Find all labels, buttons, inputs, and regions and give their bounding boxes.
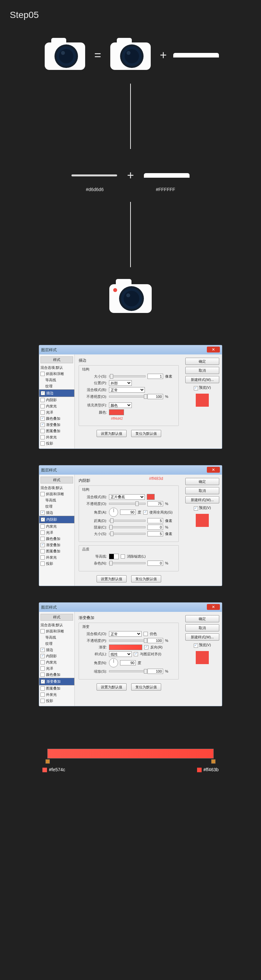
- opacity-input[interactable]: [147, 638, 163, 643]
- style-list-item[interactable]: 图案叠加: [39, 428, 74, 434]
- reverse-checkbox[interactable]: ✓: [144, 645, 149, 649]
- new-style-button[interactable]: 新建样式(W)...: [185, 376, 219, 383]
- size-input[interactable]: [147, 374, 163, 379]
- titlebar[interactable]: 图层样式 ✕: [39, 345, 222, 355]
- style-checkbox[interactable]: ✓: [40, 648, 45, 652]
- style-list-item[interactable]: 外发光: [39, 692, 74, 698]
- style-list-item[interactable]: 混合选项:默认: [39, 622, 74, 628]
- style-list-item[interactable]: 等高线: [39, 635, 74, 641]
- style-checkbox[interactable]: ✓: [41, 679, 45, 684]
- set-default-button[interactable]: 设置为默认值: [96, 683, 127, 690]
- opacity-slider[interactable]: [109, 503, 146, 505]
- style-list-item[interactable]: ✓内阴影: [39, 653, 74, 659]
- opacity-input[interactable]: [147, 501, 163, 506]
- ok-button[interactable]: 确定: [185, 478, 219, 485]
- preview-checkbox[interactable]: ✓: [194, 506, 198, 511]
- style-list-item[interactable]: ✓描边: [39, 647, 74, 653]
- style-checkbox[interactable]: [40, 692, 45, 697]
- style-checkbox[interactable]: [40, 398, 45, 402]
- blend-select[interactable]: 正常: [109, 387, 145, 393]
- style-list-item[interactable]: 斜面和浮雕: [39, 491, 74, 497]
- gradient-stop-right[interactable]: [211, 759, 216, 764]
- style-checkbox[interactable]: [40, 667, 45, 671]
- gradient-bar[interactable]: [47, 749, 214, 759]
- style-checkbox[interactable]: [40, 699, 45, 703]
- cancel-button[interactable]: 取消: [185, 624, 219, 632]
- new-style-button[interactable]: 新建样式(W)...: [185, 633, 219, 641]
- style-list-item[interactable]: 纹理: [39, 503, 74, 510]
- angle-dial[interactable]: [109, 658, 118, 667]
- style-list-item[interactable]: 内发光: [39, 523, 74, 530]
- style-list-item[interactable]: 纹理: [39, 383, 74, 390]
- style-checkbox[interactable]: [40, 686, 45, 690]
- angle-input[interactable]: [120, 510, 136, 515]
- style-checkbox[interactable]: [40, 429, 45, 433]
- close-button[interactable]: ✕: [207, 467, 220, 473]
- opacity-slider[interactable]: [109, 640, 146, 641]
- style-list-item[interactable]: 斜面和浮雕: [39, 628, 74, 635]
- style-list-item[interactable]: 混合选项:默认: [39, 364, 74, 371]
- color-swatch[interactable]: [109, 409, 124, 415]
- style-list-item[interactable]: 内阴影: [39, 397, 74, 403]
- style-list-item[interactable]: 斜面和浮雕: [39, 371, 74, 377]
- style-list-item[interactable]: ✓渐变叠加: [39, 542, 74, 548]
- choke-input[interactable]: [147, 525, 163, 530]
- noise-input[interactable]: [147, 560, 163, 566]
- style-checkbox[interactable]: ✓: [40, 511, 45, 515]
- blend-select[interactable]: 正片叠底: [109, 494, 145, 500]
- new-style-button[interactable]: 新建样式(W)...: [185, 496, 219, 503]
- opacity-slider[interactable]: [109, 396, 146, 398]
- scale-input[interactable]: [147, 669, 163, 674]
- close-button[interactable]: ✕: [207, 347, 220, 353]
- style-list-item[interactable]: 颜色叠加: [39, 536, 74, 542]
- preview-checkbox[interactable]: ✓: [194, 386, 198, 390]
- cancel-button[interactable]: 取消: [185, 367, 219, 374]
- style-checkbox[interactable]: [40, 410, 45, 415]
- style-list-item[interactable]: ✓颜色叠加: [39, 415, 74, 422]
- blend-select[interactable]: 正常: [109, 631, 142, 637]
- reset-default-button[interactable]: 复位为默认值: [131, 683, 161, 690]
- style-list-item[interactable]: ✓内阴影: [39, 516, 74, 523]
- ok-button[interactable]: 确定: [185, 358, 219, 365]
- style-checkbox[interactable]: [40, 629, 45, 633]
- style-list-item[interactable]: 投影: [39, 698, 74, 704]
- distance-slider[interactable]: [109, 520, 146, 522]
- style-list-item[interactable]: 纹理: [39, 641, 74, 647]
- close-button[interactable]: ✕: [207, 604, 220, 610]
- angle-input[interactable]: [120, 660, 136, 665]
- style-list-item[interactable]: ✓渐变叠加: [39, 422, 74, 428]
- style-list-item[interactable]: 等高线: [39, 497, 74, 503]
- contour-picker[interactable]: [109, 554, 119, 559]
- preview-checkbox[interactable]: ✓: [194, 644, 198, 648]
- distance-input[interactable]: [147, 518, 163, 523]
- style-checkbox[interactable]: ✓: [40, 423, 45, 427]
- choke-slider[interactable]: [109, 526, 146, 528]
- style-list-item[interactable]: 光泽: [39, 665, 74, 671]
- antialias-checkbox[interactable]: [121, 554, 125, 558]
- style-list-item[interactable]: 混合选项:默认: [39, 485, 74, 491]
- reset-default-button[interactable]: 复位为默认值: [131, 575, 161, 582]
- cancel-button[interactable]: 取消: [185, 487, 219, 494]
- position-select[interactable]: 外部: [109, 380, 132, 386]
- style-list-item[interactable]: 图案叠加: [39, 548, 74, 554]
- style-checkbox[interactable]: [40, 441, 45, 445]
- style-list-item[interactable]: ✓描边: [39, 510, 74, 516]
- style-list-item[interactable]: 光泽: [39, 409, 74, 415]
- style-checkbox[interactable]: ✓: [41, 391, 45, 395]
- style-checkbox[interactable]: ✓: [40, 654, 45, 658]
- style-select[interactable]: 线性: [109, 651, 132, 657]
- align-checkbox[interactable]: ✓: [134, 652, 138, 656]
- style-checkbox[interactable]: [40, 562, 45, 566]
- style-list-item[interactable]: ✓渐变叠加: [39, 678, 74, 685]
- set-default-button[interactable]: 设置为默认值: [96, 430, 127, 437]
- style-checkbox[interactable]: [40, 530, 45, 535]
- sizeb-slider[interactable]: [109, 533, 146, 535]
- global-light-checkbox[interactable]: ✓: [143, 510, 147, 514]
- style-checkbox[interactable]: ✓: [40, 543, 45, 547]
- style-checkbox[interactable]: [40, 404, 45, 408]
- style-list-item[interactable]: 内发光: [39, 659, 74, 665]
- style-list-item[interactable]: 外发光: [39, 434, 74, 440]
- style-checkbox[interactable]: [40, 372, 45, 376]
- style-list-item[interactable]: 内发光: [39, 403, 74, 409]
- gradient-picker[interactable]: [109, 644, 142, 650]
